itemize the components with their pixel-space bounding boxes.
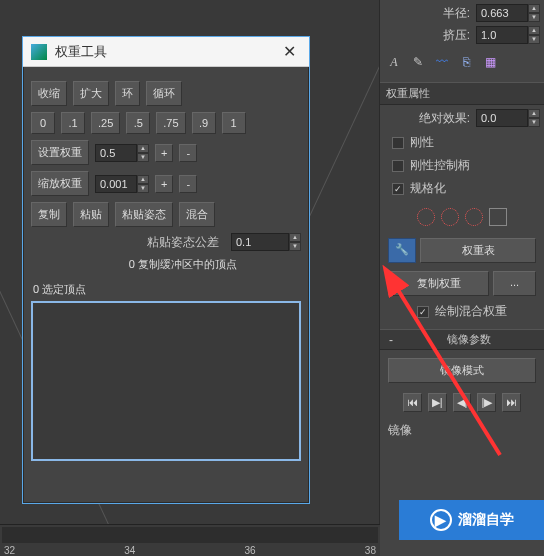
curve-icon[interactable]: 〰 — [434, 54, 450, 70]
normalize-checkbox[interactable] — [392, 183, 404, 195]
normalize-label: 规格化 — [410, 180, 446, 197]
val-5[interactable]: .9 — [192, 112, 216, 134]
copy-icon[interactable]: ⎘ — [458, 54, 474, 70]
timeline-track[interactable] — [2, 527, 378, 543]
timeline[interactable]: 32 34 36 38 — [0, 524, 380, 556]
collapse-icon: - — [386, 333, 396, 347]
weight-vis-1-icon[interactable] — [417, 208, 435, 226]
vertex-listbox[interactable] — [31, 301, 301, 461]
transport-prev-all[interactable]: ⏮ — [403, 393, 422, 412]
ring-button[interactable]: 环 — [115, 81, 140, 106]
extrude-spinner[interactable]: ▲▼ — [476, 26, 540, 44]
set-weight-input[interactable] — [95, 144, 137, 162]
paste-tol-input[interactable] — [231, 233, 289, 251]
grow-button[interactable]: 扩大 — [73, 81, 109, 106]
set-weight-minus[interactable]: - — [179, 144, 197, 162]
weight-vis-2-icon[interactable] — [441, 208, 459, 226]
weight-vis-4-icon[interactable] — [489, 208, 507, 226]
abs-effect-spinner[interactable]: ▲▼ — [476, 109, 540, 127]
extrude-label: 挤压: — [443, 27, 470, 44]
spin-down[interactable]: ▼ — [528, 13, 540, 22]
app-icon — [31, 44, 47, 60]
paste-tol-label: 粘贴姿态公差 — [147, 234, 219, 251]
mirror-mode-button[interactable]: 镜像模式 — [388, 358, 536, 383]
wrench-icon: 🔧 — [395, 243, 409, 255]
weight-props-section: 权重属性 — [380, 82, 544, 105]
tick: 32 — [4, 545, 15, 556]
scale-weight-spinner[interactable]: ▲▼ — [95, 175, 149, 193]
wrench-button[interactable]: 🔧 — [388, 238, 416, 263]
spin-up[interactable]: ▲ — [528, 4, 540, 13]
watermark: ▶ 溜溜自学 — [399, 500, 544, 540]
extrude-input[interactable] — [476, 26, 528, 44]
selected-verts-label: 0 选定顶点 — [33, 282, 301, 297]
set-weight-plus[interactable]: + — [155, 144, 173, 162]
watermark-text: 溜溜自学 — [458, 511, 514, 529]
paste-button[interactable]: 粘贴 — [73, 202, 109, 227]
scale-weight-minus[interactable]: - — [179, 175, 197, 193]
rigid-label: 刚性 — [410, 134, 434, 151]
radius-input[interactable] — [476, 4, 528, 22]
set-weight-spinner[interactable]: ▲▼ — [95, 144, 149, 162]
weight-vis-3-icon[interactable] — [465, 208, 483, 226]
dialog-titlebar[interactable]: 权重工具 ✕ — [23, 37, 309, 67]
loop-button[interactable]: 循环 — [146, 81, 182, 106]
weight-table-button[interactable]: 权重表 — [420, 238, 536, 263]
shrink-button[interactable]: 收缩 — [31, 81, 67, 106]
paste-tol-spinner[interactable]: ▲▼ — [231, 233, 301, 251]
draw-mix-checkbox[interactable] — [417, 306, 429, 318]
rigid-handles-label: 刚性控制柄 — [410, 157, 470, 174]
val-6[interactable]: 1 — [222, 112, 246, 134]
close-button[interactable]: ✕ — [277, 40, 301, 64]
radius-spinner[interactable]: ▲▼ — [476, 4, 540, 22]
more-button[interactable]: ... — [493, 271, 536, 296]
copy-button[interactable]: 复制 — [31, 202, 67, 227]
set-weight-button[interactable]: 设置权重 — [31, 140, 89, 165]
abs-effect-input[interactable] — [476, 109, 528, 127]
val-0[interactable]: 0 — [31, 112, 55, 134]
scale-weight-input[interactable] — [95, 175, 137, 193]
abs-effect-label: 绝对效果: — [419, 110, 470, 127]
val-4[interactable]: .75 — [156, 112, 185, 134]
mirror-section-title: 镜像参数 — [400, 332, 538, 347]
copy-weight-button[interactable]: 复制权重 — [388, 271, 489, 296]
draw-mix-label: 绘制混合权重 — [435, 303, 507, 320]
val-2[interactable]: .25 — [91, 112, 120, 134]
mix-button[interactable]: 混合 — [179, 202, 215, 227]
transport-fwd[interactable]: |▶ — [477, 393, 496, 412]
spin-down[interactable]: ▼ — [528, 118, 540, 127]
transport-next-all[interactable]: ⏭ — [502, 393, 521, 412]
rigid-handles-checkbox[interactable] — [392, 160, 404, 172]
buffer-note: 0 复制缓冲区中的顶点 — [31, 257, 301, 272]
val-1[interactable]: .1 — [61, 112, 85, 134]
mirror-footer-label: 镜像 — [388, 422, 412, 439]
scale-weight-plus[interactable]: + — [155, 175, 173, 193]
grid-icon[interactable]: ▦ — [482, 54, 498, 70]
spin-up[interactable]: ▲ — [528, 109, 540, 118]
radius-label: 半径: — [443, 5, 470, 22]
pen-icon[interactable]: ✎ — [410, 54, 426, 70]
parameters-panel: 半径: ▲▼ 挤压: ▲▼ A ✎ 〰 ⎘ ▦ 权重属性 绝对效果: ▲▼ 刚性… — [379, 0, 544, 556]
paste-pose-button[interactable]: 粘贴姿态 — [115, 202, 173, 227]
scale-weight-button[interactable]: 缩放权重 — [31, 171, 89, 196]
val-3[interactable]: .5 — [126, 112, 150, 134]
tick: 38 — [365, 545, 376, 556]
spin-down[interactable]: ▼ — [528, 35, 540, 44]
text-icon[interactable]: A — [386, 54, 402, 70]
weight-tools-dialog: 权重工具 ✕ 收缩 扩大 环 循环 0 .1 .25 .5 .75 .9 1 设… — [22, 36, 310, 504]
mirror-section-header[interactable]: - 镜像参数 — [380, 329, 544, 350]
spin-up[interactable]: ▲ — [528, 26, 540, 35]
tick: 34 — [124, 545, 135, 556]
rigid-checkbox[interactable] — [392, 137, 404, 149]
play-icon: ▶ — [430, 509, 452, 531]
dialog-title: 权重工具 — [55, 43, 269, 61]
transport-next[interactable]: ▶| — [428, 393, 447, 412]
tick: 36 — [245, 545, 256, 556]
close-icon: ✕ — [283, 42, 296, 61]
transport-prev[interactable]: ◀| — [453, 393, 472, 412]
